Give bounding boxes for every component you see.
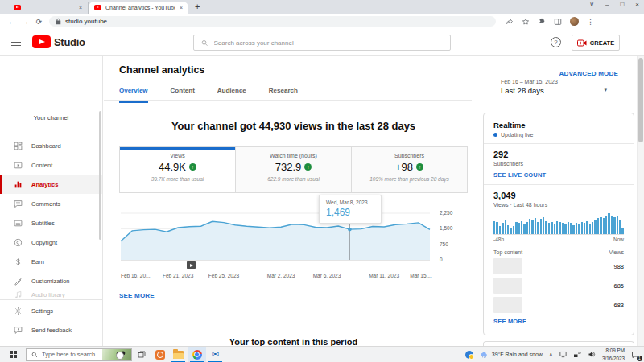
metric-delta: 109% more than previous 28 days [352, 176, 467, 182]
studio-search-input[interactable] [214, 39, 443, 47]
top-content-label: Top content [493, 249, 522, 255]
see-live-count-link[interactable]: SEE LIVE COUNT [493, 171, 624, 179]
tab-close-icon[interactable]: × [79, 5, 82, 10]
reload-button[interactable]: ⟳ [32, 18, 46, 26]
sidebar-item-send-feedback[interactable]: Send feedback [0, 320, 102, 339]
video-published-marker-icon[interactable] [187, 261, 196, 269]
volume-tray-icon[interactable] [588, 351, 596, 358]
studio-search-box[interactable] [193, 35, 451, 51]
sidebar-item-copyright[interactable]: Copyright [0, 232, 102, 252]
sidebar-item-subtitles[interactable]: Subtitles [0, 213, 102, 232]
share-icon[interactable] [506, 18, 514, 26]
browser-profile-avatar[interactable] [570, 17, 579, 26]
help-button[interactable]: ? [551, 37, 561, 47]
create-video-icon [577, 39, 587, 47]
bookmark-star-icon[interactable] [522, 18, 530, 26]
file-explorer-app-button[interactable] [169, 347, 188, 362]
chrome-app-button[interactable] [188, 347, 206, 362]
realtime-bar [578, 224, 580, 234]
date-range-picker[interactable]: Feb 16 – Mar 15, 2023 Last 28 days ▾ [501, 79, 607, 95]
realtime-see-more-link[interactable]: SEE MORE [493, 318, 624, 325]
realtime-bar [510, 228, 511, 234]
mail-app-button[interactable]: ✉ [206, 347, 225, 362]
create-button[interactable]: CREATE [572, 35, 620, 51]
window-maximize-button[interactable]: □ [620, 1, 624, 8]
window-minimize-button[interactable]: – [605, 1, 609, 8]
chart-plot-area[interactable] [119, 203, 473, 267]
tab-audience[interactable]: Audience [217, 87, 246, 103]
window-close-button[interactable]: × [635, 1, 639, 8]
y-axis-label: 1,500 [440, 225, 452, 231]
action-center-button[interactable]: 1 [631, 351, 639, 359]
sidebar-item-label: Content [31, 162, 52, 169]
youtube-studio-logo[interactable]: Studio [32, 35, 85, 48]
see-more-link[interactable]: SEE MORE [119, 292, 155, 299]
sidebar-item-audio-library[interactable]: Audio library [0, 290, 102, 298]
realtime-bar [531, 220, 533, 234]
metric-card-subscribers[interactable]: Subscribers+98↑109% more than previous 2… [351, 147, 467, 192]
browser-tab-2-active[interactable]: Channel analytics - YouTube Stud × [89, 2, 188, 14]
realtime-bar [594, 220, 596, 234]
window-menu-icon[interactable]: ∨ [589, 1, 594, 8]
metric-label: Views [120, 153, 235, 158]
new-tab-button[interactable]: + [195, 2, 200, 11]
url-bar[interactable]: studio.youtube. [49, 16, 496, 27]
tab-overview[interactable]: Overview [119, 87, 148, 103]
sidebar-item-customization[interactable]: Customization [0, 271, 102, 290]
realtime-bar [543, 217, 544, 234]
sidebar-scrollbar[interactable] [99, 111, 101, 240]
search-highlight-image[interactable] [102, 349, 131, 361]
sidebar-item-analytics[interactable]: Analytics [0, 175, 102, 194]
realtime-bar [551, 222, 552, 234]
views-line-chart[interactable]: 07501,5002,250 Wed, Mar 8, 2023 1,469 [119, 203, 473, 265]
advanced-mode-link[interactable]: ADVANCED MODE [522, 70, 618, 77]
sidebar-item-settings[interactable]: Settings [0, 301, 102, 320]
y-axis-label: 0 [440, 257, 443, 262]
network-tray-icon[interactable] [573, 351, 581, 358]
display-tray-icon[interactable] [559, 351, 567, 358]
side-panel-icon[interactable] [554, 18, 562, 26]
metric-card-views[interactable]: Views44.9K↑39.7K more than usual [120, 147, 235, 192]
tab-research[interactable]: Research [269, 87, 298, 103]
browser-menu-icon[interactable]: ⋮ [587, 18, 594, 26]
page-scrollbar[interactable] [637, 56, 644, 346]
taskbar-search-box[interactable] [26, 348, 132, 361]
task-view-button[interactable] [132, 347, 151, 362]
media-player-app-button[interactable] [151, 347, 169, 362]
clock-date: 3/16/2023 [602, 355, 625, 362]
metric-value: 732.9 [275, 161, 302, 173]
back-button[interactable]: ← [5, 18, 19, 26]
realtime-bar [589, 224, 591, 234]
taskbar-clock[interactable]: 8:09 PM 3/16/2023 [602, 347, 625, 362]
browser-tab-1[interactable]: × [8, 2, 89, 14]
taskbar-search-input[interactable] [42, 351, 106, 358]
sidebar-item-earn[interactable]: Earn [0, 252, 102, 271]
tab-close-icon[interactable]: × [180, 5, 183, 10]
scrollbar-thumb[interactable] [638, 58, 643, 142]
top-content-row[interactable]: 683 [493, 297, 624, 313]
views-column-label: Views [609, 249, 624, 255]
search-icon [31, 352, 38, 358]
x-axis-label: Mar 6, 2023 [313, 273, 341, 278]
realtime-bar-chart[interactable] [493, 212, 624, 234]
tray-app-badge-icon[interactable] [465, 351, 473, 359]
x-axis-label: Feb 21, 2023 [163, 273, 193, 278]
sidebar-item-comments[interactable]: Comments [0, 194, 102, 213]
trend-up-icon: ↑ [416, 163, 423, 171]
top-content-row[interactable]: 988 [493, 258, 624, 274]
tray-expand-chevron-icon[interactable]: ∧ [549, 352, 553, 358]
menu-hamburger-icon[interactable] [11, 39, 21, 46]
realtime-bar [493, 221, 495, 234]
tab-content[interactable]: Content [171, 87, 195, 103]
weather-text: 39°F Rain and snow [492, 352, 543, 357]
metric-card-watch-time-hours-[interactable]: Watch time (hours)732.9↑622.9 more than … [235, 147, 351, 192]
axis-left-label: -48h [493, 237, 504, 242]
weather-widget[interactable]: 39°F Rain and snow [480, 351, 543, 358]
sidebar-item-dashboard[interactable]: Dashboard [0, 136, 102, 155]
top-content-row[interactable]: 685 [493, 278, 624, 294]
forward-button[interactable]: → [19, 18, 32, 26]
start-button[interactable] [0, 347, 26, 362]
sidebar-item-content[interactable]: Content [0, 155, 102, 175]
extensions-icon[interactable] [538, 18, 546, 26]
video-views: 988 [613, 263, 624, 270]
